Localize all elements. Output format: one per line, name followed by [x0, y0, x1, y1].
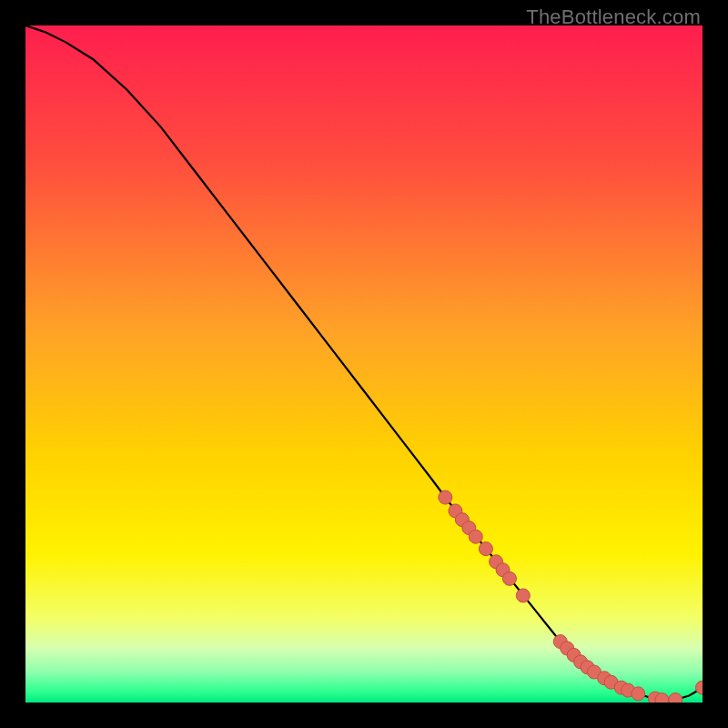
- data-marker: [439, 490, 452, 504]
- data-marker: [516, 589, 530, 602]
- data-marker: [632, 687, 645, 701]
- gradient-background: [25, 25, 703, 703]
- data-marker: [655, 693, 669, 703]
- data-marker: [502, 571, 516, 585]
- bottleneck-chart: [25, 25, 703, 703]
- data-marker: [669, 693, 682, 703]
- chart-stage: TheBottleneck.com: [0, 0, 728, 728]
- data-marker: [479, 542, 492, 556]
- data-marker: [469, 530, 482, 543]
